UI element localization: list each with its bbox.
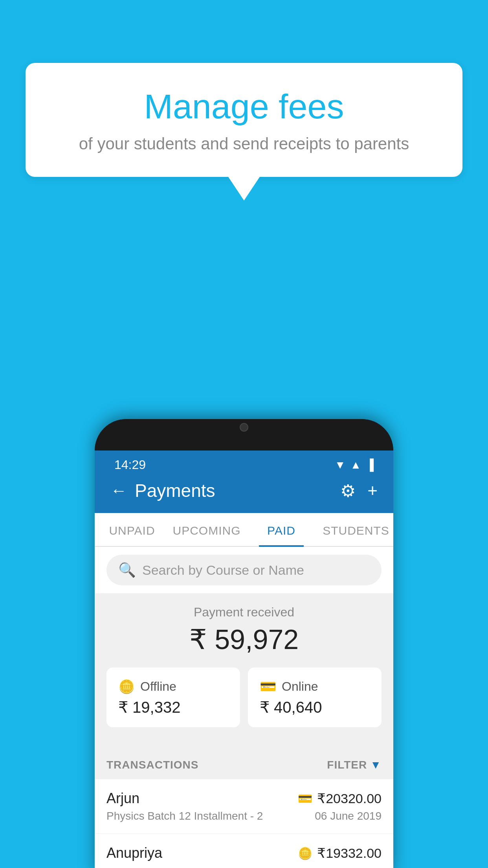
tab-upcoming[interactable]: UPCOMING — [169, 513, 244, 546]
phone-top-bar — [95, 419, 393, 451]
tab-paid[interactable]: PAID — [244, 513, 319, 546]
transaction-amount-row: 🪙 ₹19332.00 — [298, 845, 382, 861]
phone-camera — [240, 423, 248, 432]
transaction-date: 06 June 2019 — [315, 810, 382, 822]
offline-icon: 🪙 — [118, 679, 135, 694]
search-bar[interactable]: 🔍 Search by Course or Name — [106, 555, 382, 585]
offline-amount: ₹ 19,332 — [118, 698, 228, 716]
payment-received-amount: ₹ 59,972 — [95, 623, 393, 656]
table-row[interactable]: Anupriya 🪙 ₹19332.00 — [95, 834, 393, 868]
phone-frame: 14:29 ▼ ▲ ▐ ← Payments ⚙ + UNPAID — [95, 419, 393, 868]
filter-icon: ▼ — [370, 759, 382, 771]
add-icon[interactable]: + — [367, 481, 378, 500]
online-card-header: 💳 Online — [260, 679, 370, 694]
tabs-bar: UNPAID UPCOMING PAID STUDENTS — [95, 513, 393, 547]
battery-icon: ▐ — [366, 459, 374, 471]
cash-payment-icon: 🪙 — [298, 846, 312, 860]
header-right: ⚙ + — [340, 481, 378, 501]
speech-bubble: Manage fees of your students and send re… — [26, 63, 462, 177]
status-icons: ▼ ▲ ▐ — [335, 459, 374, 471]
search-container: 🔍 Search by Course or Name — [95, 547, 393, 593]
speech-bubble-subtitle: of your students and send receipts to pa… — [57, 134, 431, 153]
payment-received-label: Payment received — [95, 605, 393, 620]
transaction-name: Arjun — [106, 790, 139, 807]
settings-icon[interactable]: ⚙ — [340, 481, 356, 501]
signal-icon: ▲ — [350, 459, 361, 471]
offline-card-header: 🪙 Offline — [118, 679, 228, 694]
online-label: Online — [282, 679, 318, 694]
status-time: 14:29 — [114, 458, 146, 472]
back-button[interactable]: ← — [110, 481, 127, 500]
app-screen: 14:29 ▼ ▲ ▐ ← Payments ⚙ + UNPAID — [95, 451, 393, 868]
status-bar: 14:29 ▼ ▲ ▐ — [95, 451, 393, 472]
transaction-bottom: Physics Batch 12 Installment - 2 06 June… — [106, 810, 382, 822]
offline-label: Offline — [140, 679, 176, 694]
filter-button[interactable]: FILTER ▼ — [327, 759, 382, 771]
online-icon: 💳 — [260, 679, 276, 694]
wifi-icon: ▼ — [335, 459, 346, 471]
online-amount: ₹ 40,640 — [260, 698, 370, 716]
transaction-name: Anupriya — [106, 845, 162, 861]
transaction-top: Anupriya 🪙 ₹19332.00 — [106, 845, 382, 861]
payment-cards-row: 🪙 Offline ₹ 19,332 💳 Online ₹ 40,640 — [95, 668, 393, 739]
tab-students[interactable]: STUDENTS — [319, 513, 393, 546]
payment-received-section: Payment received ₹ 59,972 🪙 Offline ₹ 19… — [95, 593, 393, 751]
table-row[interactable]: Arjun 💳 ₹20320.00 Physics Batch 12 Insta… — [95, 779, 393, 834]
search-input[interactable]: Search by Course or Name — [142, 563, 304, 578]
speech-bubble-wrapper: Manage fees of your students and send re… — [26, 63, 462, 200]
card-payment-icon: 💳 — [298, 792, 312, 805]
transaction-amount: ₹20320.00 — [317, 791, 382, 806]
transaction-amount-row: 💳 ₹20320.00 — [298, 791, 382, 806]
page-title: Payments — [135, 480, 215, 501]
offline-card: 🪙 Offline ₹ 19,332 — [106, 668, 240, 727]
transactions-header: TRANSACTIONS FILTER ▼ — [95, 751, 393, 779]
transaction-amount: ₹19332.00 — [317, 845, 382, 861]
header-left: ← Payments — [110, 480, 215, 501]
online-card: 💳 Online ₹ 40,640 — [248, 668, 382, 727]
tab-unpaid[interactable]: UNPAID — [95, 513, 169, 546]
transaction-course: Physics Batch 12 Installment - 2 — [106, 810, 263, 822]
app-header: ← Payments ⚙ + — [95, 472, 393, 513]
speech-bubble-arrow — [228, 177, 260, 200]
transaction-top: Arjun 💳 ₹20320.00 — [106, 790, 382, 807]
search-icon: 🔍 — [118, 562, 136, 578]
transactions-label: TRANSACTIONS — [106, 759, 198, 771]
speech-bubble-title: Manage fees — [57, 86, 431, 127]
